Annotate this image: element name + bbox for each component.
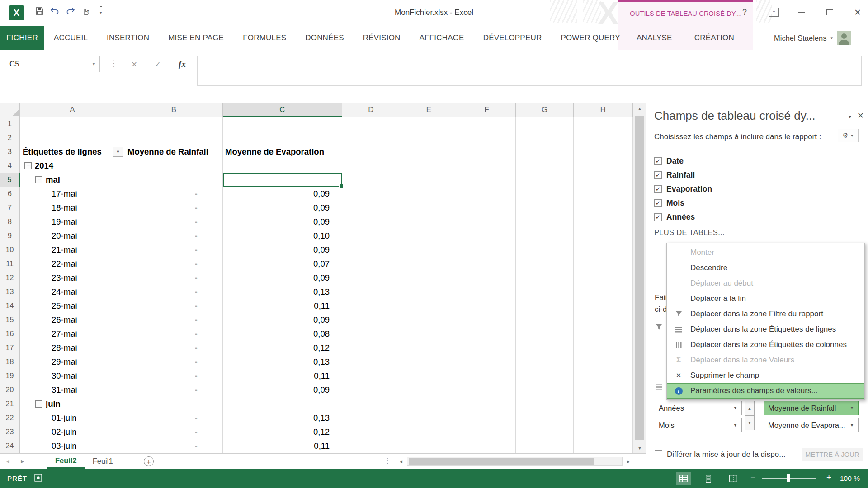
menu-item-supprimer-le-champ[interactable]: ✕Supprimer le champ xyxy=(667,368,864,383)
fill-handle[interactable] xyxy=(339,184,343,188)
collapse-button[interactable]: − xyxy=(35,176,42,183)
cell-D16[interactable] xyxy=(342,327,400,341)
scroll-right-arrow[interactable]: ► xyxy=(623,456,633,466)
cell-G6[interactable] xyxy=(516,187,574,201)
cell-E8[interactable] xyxy=(400,215,458,229)
cell-D1[interactable] xyxy=(342,117,400,131)
ribbon-tab-insertion[interactable]: INSERTION xyxy=(97,33,159,42)
zoom-slider-thumb[interactable] xyxy=(787,474,790,482)
chevron-down-icon[interactable]: ▼ xyxy=(848,114,852,119)
cell-E12[interactable] xyxy=(400,271,458,285)
row-header-20[interactable]: 20 xyxy=(0,383,20,397)
cell-H17[interactable] xyxy=(574,341,633,355)
cell-G3[interactable] xyxy=(516,145,574,159)
field-checkbox[interactable]: ✓ xyxy=(654,185,662,193)
row-header-12[interactable]: 12 xyxy=(0,271,20,285)
cell-C8[interactable]: 0,09 xyxy=(223,215,342,229)
avatar[interactable] xyxy=(837,31,851,45)
cell-D22[interactable] xyxy=(342,411,400,425)
cell-B1[interactable] xyxy=(125,117,223,131)
ribbon-tab-formules[interactable]: FORMULES xyxy=(233,33,296,42)
cell-A9[interactable]: 20-mai xyxy=(20,229,125,243)
cell-D13[interactable] xyxy=(342,285,400,299)
cell-C21[interactable] xyxy=(223,397,342,411)
ribbon-tab-fichier[interactable]: FICHIER xyxy=(0,26,44,50)
column-header-F[interactable]: F xyxy=(458,103,516,117)
cell-D23[interactable] xyxy=(342,425,400,439)
cell-E16[interactable] xyxy=(400,327,458,341)
cell-C15[interactable]: 0,09 xyxy=(223,313,342,327)
cell-A4[interactable]: −2014 xyxy=(20,159,125,173)
cell-G9[interactable] xyxy=(516,229,574,243)
cell-E23[interactable] xyxy=(400,425,458,439)
row-header-24[interactable]: 24 xyxy=(0,439,20,453)
cell-A2[interactable] xyxy=(20,131,125,145)
cell-C14[interactable]: 0,11 xyxy=(223,299,342,313)
cell-B22[interactable]: - xyxy=(125,411,223,425)
new-sheet-button[interactable]: + xyxy=(144,456,154,466)
cell-F21[interactable] xyxy=(458,397,516,411)
cell-H4[interactable] xyxy=(574,159,633,173)
cell-B19[interactable]: - xyxy=(125,369,223,383)
row-header-17[interactable]: 17 xyxy=(0,341,20,355)
cell-F18[interactable] xyxy=(458,355,516,369)
cell-H3[interactable] xyxy=(574,145,633,159)
column-header-E[interactable]: E xyxy=(400,103,458,117)
cell-E11[interactable] xyxy=(400,257,458,271)
customize-qat-button[interactable]: ▾ xyxy=(93,3,108,19)
cell-H6[interactable] xyxy=(574,187,633,201)
account-menu[interactable]: Michel Staelens ▾ xyxy=(774,26,851,50)
cell-F24[interactable] xyxy=(458,439,516,453)
row-header-3[interactable]: 3 xyxy=(0,145,20,159)
cell-F1[interactable] xyxy=(458,117,516,131)
minimize-button[interactable] xyxy=(794,5,809,19)
page-break-view-button[interactable] xyxy=(726,472,741,485)
sheet-tab-feuil2[interactable]: Feuil2 xyxy=(47,454,85,469)
cell-C23[interactable]: 0,12 xyxy=(223,425,342,439)
cell-F17[interactable] xyxy=(458,341,516,355)
ribbon-tab-affichage[interactable]: AFFICHAGE xyxy=(410,33,474,42)
cell-B15[interactable]: - xyxy=(125,313,223,327)
field-checkbox[interactable]: ✓ xyxy=(654,199,662,207)
ribbon-tab-accueil[interactable]: ACCUEIL xyxy=(44,33,97,42)
cell-G1[interactable] xyxy=(516,117,574,131)
page-layout-view-button[interactable] xyxy=(701,472,716,485)
cell-D6[interactable] xyxy=(342,187,400,201)
cell-C12[interactable]: 0,09 xyxy=(223,271,342,285)
menu-item-parametres-des-champs-de-valeurs[interactable]: iParamètres des champs de valeurs... xyxy=(667,383,864,399)
defer-update-checkbox[interactable] xyxy=(655,450,662,458)
cell-B14[interactable]: - xyxy=(125,299,223,313)
cell-A3[interactable]: Étiquettes de lignes▼ xyxy=(20,145,125,159)
ribbon-tab-developpeur[interactable]: DÉVELOPPEUR xyxy=(474,33,552,42)
cell-F9[interactable] xyxy=(458,229,516,243)
cell-E1[interactable] xyxy=(400,117,458,131)
column-header-A[interactable]: A xyxy=(20,103,125,117)
cell-H21[interactable] xyxy=(574,397,633,411)
cell-E14[interactable] xyxy=(400,299,458,313)
cell-C4[interactable] xyxy=(223,159,342,173)
cell-D24[interactable] xyxy=(342,439,400,453)
sheet-nav-right-arrow[interactable]: ► xyxy=(20,454,25,469)
row-header-10[interactable]: 10 xyxy=(0,243,20,257)
cell-C17[interactable]: 0,12 xyxy=(223,341,342,355)
scroll-left-arrow[interactable]: ◄ xyxy=(396,456,406,466)
cell-A6[interactable]: 17-mai xyxy=(20,187,125,201)
row-header-8[interactable]: 8 xyxy=(0,215,20,229)
field-item-evaporation[interactable]: ✓Evaporation xyxy=(654,182,712,196)
row-header-16[interactable]: 16 xyxy=(0,327,20,341)
cell-G14[interactable] xyxy=(516,299,574,313)
cell-B16[interactable]: - xyxy=(125,327,223,341)
cell-A24[interactable]: 03-juin xyxy=(20,439,125,453)
rows-zone-field-annees[interactable]: Années▼ xyxy=(655,401,742,415)
cell-E2[interactable] xyxy=(400,131,458,145)
cell-E24[interactable] xyxy=(400,439,458,453)
cell-A20[interactable]: 31-mai xyxy=(20,383,125,397)
cell-H20[interactable] xyxy=(574,383,633,397)
touch-mode-button[interactable]: ▾ xyxy=(78,3,93,19)
cell-G23[interactable] xyxy=(516,425,574,439)
name-box[interactable]: C5 ▼ xyxy=(5,56,100,72)
cell-G20[interactable] xyxy=(516,383,574,397)
formula-bar-splitter[interactable]: ⋮ xyxy=(110,59,118,68)
cell-D19[interactable] xyxy=(342,369,400,383)
menu-item-monter[interactable]: Monter xyxy=(667,245,864,260)
